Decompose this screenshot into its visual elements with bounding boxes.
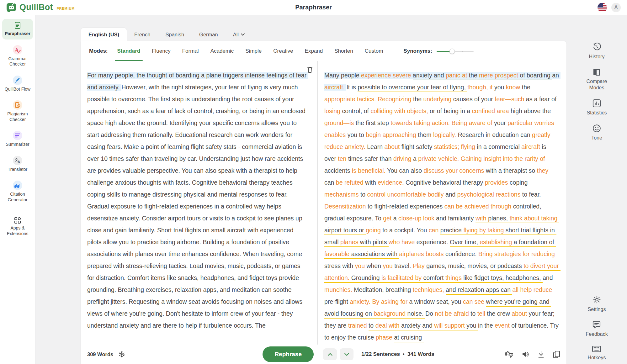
mode-academic[interactable]: Academic	[210, 41, 234, 61]
quillbot-flow-icon	[13, 76, 22, 85]
sidebar-item-label: QuillBot Flow	[5, 87, 30, 92]
sidebar-item-quillbot-flow[interactable]: QuillBot Flow	[2, 73, 33, 95]
sidebar-item-label: Plagiarism Checker	[3, 111, 32, 122]
top-bar: Paraphraser QuillBot PREMIUM A	[0, 0, 627, 15]
history-icon	[592, 43, 601, 51]
sidebar-item-settings[interactable]: Settings	[588, 295, 606, 313]
sidebar-item-label: Citation Generator	[3, 192, 32, 203]
paraphraser-card: English (US) French Spanish German All M…	[81, 28, 566, 364]
sidebar-item-paraphraser[interactable]: Paraphraser	[2, 19, 33, 40]
mode-custom[interactable]: Custom	[365, 41, 383, 61]
hotkeys-keyboard-icon	[592, 346, 601, 352]
mode-shorten[interactable]: Shorten	[334, 41, 353, 61]
tab-spanish[interactable]: Spanish	[158, 28, 192, 41]
sidebar-item-label: Summarizer	[6, 142, 29, 147]
input-footer: 309 Words Rephrase	[81, 345, 317, 364]
thumbs-feedback-icon[interactable]	[505, 350, 513, 358]
sidebar-item-label: Feedback	[586, 331, 608, 337]
mode-fluency[interactable]: Fluency	[152, 41, 171, 61]
mode-simple[interactable]: Simple	[245, 41, 262, 61]
sidebar-item-label: History	[589, 54, 605, 60]
sidebar-item-label: Hotkeys	[588, 355, 606, 361]
tab-french[interactable]: French	[127, 28, 158, 41]
trash-icon[interactable]	[307, 66, 313, 73]
sidebar-item-plagiarism-checker[interactable]: Plagiarism Checker	[2, 98, 33, 125]
output-footer: 1/22 Sentences • 341 Words	[318, 345, 566, 364]
tab-german[interactable]: German	[192, 28, 226, 41]
sidebar-item-label: Paraphraser	[5, 31, 30, 37]
sidebar-item-apps-extensions[interactable]: Apps & Extensions	[2, 214, 33, 239]
sidebar-item-label: Statistics	[587, 110, 607, 116]
quillbot-paraphraser-app: Paraphraser QuillBot PREMIUM A	[0, 0, 627, 364]
tab-all-languages[interactable]: All	[226, 28, 252, 41]
sidebar-item-compare-modes[interactable]: Compare Modes	[580, 68, 614, 91]
plagiarism-checker-icon	[13, 100, 22, 110]
mode-expand[interactable]: Expand	[305, 41, 323, 61]
freeze-words-snowflake-icon[interactable]	[118, 351, 125, 358]
svg-text:A: A	[18, 160, 20, 163]
next-sentence-button[interactable]	[340, 348, 353, 360]
brand-logo[interactable]: QuillBot PREMIUM	[6, 2, 75, 13]
settings-gear-icon	[592, 295, 601, 304]
apps-extensions-icon	[14, 217, 21, 224]
sidebar-item-citation-generator[interactable]: Citation Generator	[2, 178, 33, 205]
mode-formal[interactable]: Formal	[182, 41, 199, 61]
sidebar-item-label: Settings	[588, 306, 606, 313]
counter-separator: •	[403, 351, 405, 357]
output-text[interactable]: Many people experience severe anxiety an…	[324, 69, 559, 343]
sidebar-divider	[6, 210, 29, 210]
statistics-icon	[592, 99, 601, 108]
mode-standard[interactable]: Standard	[117, 41, 141, 61]
sidebar-item-statistics[interactable]: Statistics	[587, 99, 607, 116]
sentence-word-counter: 1/22 Sentences • 341 Words	[361, 351, 434, 357]
grammar-checker-icon: A	[13, 45, 22, 55]
modes-row: Modes: Standard Fluency Formal Academic …	[81, 41, 566, 61]
avatar[interactable]: A	[611, 3, 621, 12]
sidebar-item-translator[interactable]: A Translator	[2, 153, 33, 175]
sidebar-item-label: Grammar Checker	[3, 56, 32, 67]
citation-generator-icon	[13, 181, 22, 190]
sidebar-item-history[interactable]: History	[589, 43, 605, 60]
text-panels: For many people, the thought of boarding…	[81, 61, 566, 345]
sidebar-item-grammar-checker[interactable]: A Grammar Checker	[2, 43, 33, 70]
mode-creative[interactable]: Creative	[273, 41, 293, 61]
input-text[interactable]: For many people, the thought of boarding…	[87, 69, 308, 331]
sidebar-item-label: Tone	[591, 135, 602, 141]
download-icon[interactable]	[538, 351, 545, 358]
speaker-icon[interactable]	[522, 351, 529, 358]
sidebar-item-label: Apps & Extensions	[3, 225, 32, 236]
translator-icon: A	[13, 156, 22, 165]
summarizer-icon	[13, 131, 22, 140]
input-panel[interactable]: For many people, the thought of boarding…	[81, 61, 317, 345]
paraphraser-icon	[13, 21, 22, 29]
language-flag-icon[interactable]	[598, 3, 607, 12]
compare-modes-icon	[592, 68, 601, 76]
synonyms-slider-handle[interactable]	[449, 49, 455, 54]
modes-label: Modes:	[89, 48, 108, 54]
input-word-count: 309 Words	[87, 351, 113, 357]
tone-icon	[592, 124, 601, 133]
sidebar-item-summarizer[interactable]: Summarizer	[2, 128, 33, 150]
copy-icon[interactable]	[553, 351, 560, 358]
synonyms-label: Synonyms:	[403, 48, 432, 54]
sidebar-item-feedback[interactable]: Feedback	[586, 321, 608, 337]
premium-badge: PREMIUM	[57, 7, 75, 10]
output-word-count: 341 Words	[407, 351, 434, 357]
output-panel[interactable]: Many people experience severe anxiety an…	[318, 61, 566, 345]
right-sidebar: History Compare Modes Statistics Tone	[566, 15, 627, 364]
previous-sentence-button[interactable]	[323, 348, 337, 360]
page-title: Paraphraser	[0, 4, 627, 11]
sidebar-item-label: Translator	[8, 167, 28, 172]
sidebar-item-label: Compare Modes	[580, 78, 614, 91]
quillbot-robot-icon	[6, 2, 17, 13]
sidebar-item-tone[interactable]: Tone	[591, 124, 602, 141]
sidebar-item-hotkeys[interactable]: Hotkeys	[588, 346, 606, 361]
language-tabs: English (US) French Spanish German All	[81, 28, 566, 41]
sentence-count: 1/22 Sentences	[361, 351, 400, 357]
synonyms-slider[interactable]	[437, 48, 474, 54]
brand-name: QuillBot	[19, 3, 53, 12]
chevron-down-icon	[241, 33, 245, 36]
tab-english-us[interactable]: English (US)	[81, 28, 127, 41]
feedback-icon	[592, 321, 601, 329]
rephrase-button[interactable]: Rephrase	[263, 346, 314, 362]
